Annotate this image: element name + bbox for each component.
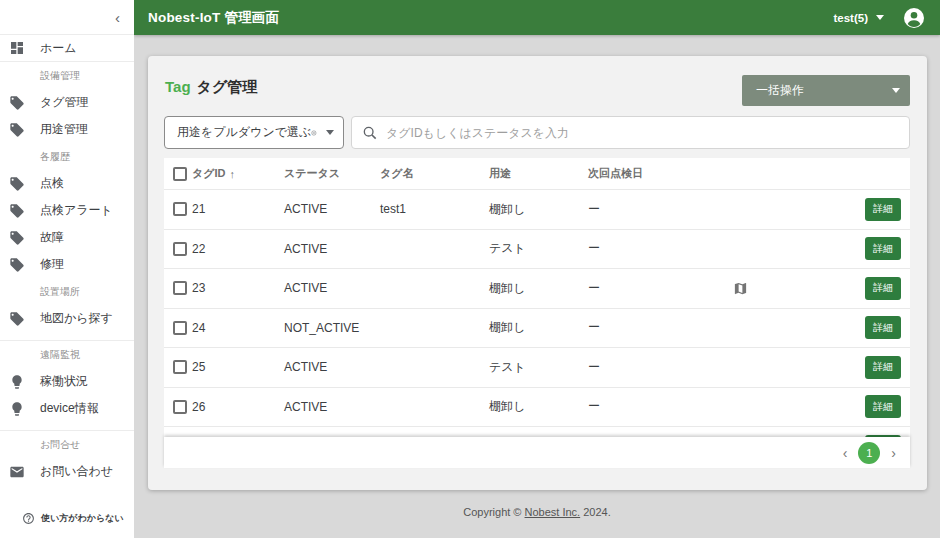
cell-purpose: テスト bbox=[489, 240, 588, 257]
lightbulb-icon bbox=[9, 401, 25, 417]
sidebar-item-inspection[interactable]: 点検 bbox=[0, 170, 134, 197]
sidebar-top: ‹ bbox=[0, 0, 134, 35]
table-row: 26 ACTIVE 棚卸し ー 詳細 bbox=[164, 388, 910, 428]
sidebar-item-device-info[interactable]: device情報 bbox=[0, 395, 134, 422]
cell-purpose: 棚卸し bbox=[489, 398, 588, 415]
mail-icon bbox=[9, 464, 25, 480]
table-row: 21 ACTIVE test1 棚卸し ー 詳細 bbox=[164, 190, 910, 230]
bulk-action-button[interactable]: 一括操作 bbox=[742, 75, 910, 106]
chevron-down-icon[interactable] bbox=[326, 130, 334, 135]
chevron-down-icon bbox=[892, 88, 900, 93]
tag-icon bbox=[9, 176, 25, 192]
pagination: ‹ 1 › bbox=[164, 437, 910, 468]
sidebar-item-inspection-alert[interactable]: 点検アラート bbox=[0, 197, 134, 224]
cell-status: NOT_ACTIVE bbox=[284, 321, 380, 335]
sidebar-item-operation-status[interactable]: 稼働状況 bbox=[0, 368, 134, 395]
page-title: Tagタグ管理 bbox=[165, 78, 257, 97]
tag-management-card: Tagタグ管理 一括操作 用途をプルダウンで選ぶ bbox=[148, 56, 927, 490]
main-content: Tagタグ管理 一括操作 用途をプルダウンで選ぶ bbox=[134, 35, 940, 538]
sidebar-item-label: お問い合わせ bbox=[40, 463, 113, 480]
cell-next-inspection: ー bbox=[588, 201, 703, 218]
pagination-page-1[interactable]: 1 bbox=[858, 442, 880, 464]
pagination-next-icon[interactable]: › bbox=[891, 446, 896, 460]
table-row: 25 ACTIVE テスト ー 詳細 bbox=[164, 348, 910, 388]
sort-asc-icon: ↑ bbox=[230, 168, 236, 180]
sidebar-item-label: 用途管理 bbox=[40, 121, 88, 138]
chevron-down-icon bbox=[876, 15, 884, 20]
cell-next-inspection: ー bbox=[588, 240, 703, 257]
cell-purpose: 棚卸し bbox=[489, 319, 588, 336]
sidebar-collapse-icon[interactable]: ‹ bbox=[115, 10, 120, 25]
sidebar-section-histories: 各履歴 bbox=[0, 143, 134, 170]
row-checkbox[interactable] bbox=[173, 360, 187, 374]
cell-next-inspection: ー bbox=[588, 280, 703, 297]
sidebar-item-tag-management[interactable]: タグ管理 bbox=[0, 89, 134, 116]
search-icon bbox=[362, 125, 378, 141]
tag-icon bbox=[9, 95, 25, 111]
row-checkbox[interactable] bbox=[173, 321, 187, 335]
search-input[interactable] bbox=[386, 126, 899, 140]
cell-tag-id: 23 bbox=[192, 281, 284, 295]
table-row: 24 NOT_ACTIVE 棚卸し ー 詳細 bbox=[164, 309, 910, 349]
tag-icon bbox=[9, 257, 25, 273]
tag-icon bbox=[9, 311, 25, 327]
table-header-row: タグID ↑ ステータス タグ名 用途 次回点検日 bbox=[164, 158, 910, 190]
select-all-checkbox[interactable] bbox=[173, 167, 187, 181]
purpose-filter-select[interactable]: 用途をプルダウンで選ぶ bbox=[164, 116, 344, 149]
tag-icon bbox=[9, 122, 25, 138]
cell-tag-id: 21 bbox=[192, 202, 284, 216]
sidebar-item-label: 稼働状況 bbox=[40, 373, 88, 390]
page-title-prefix: Tag bbox=[165, 78, 191, 95]
sidebar-section-equipment: 設備管理 bbox=[0, 62, 134, 89]
cell-tag-name: test1 bbox=[380, 202, 489, 216]
sidebar: ‹ ホーム 設備管理 タグ管理 用途管理 各履歴 点検 点検アラート bbox=[0, 0, 134, 538]
cell-next-inspection: ー bbox=[588, 398, 703, 415]
sidebar-item-failure[interactable]: 故障 bbox=[0, 224, 134, 251]
search-box bbox=[351, 116, 910, 149]
detail-button[interactable]: 詳細 bbox=[865, 395, 901, 418]
tag-table: タグID ↑ ステータス タグ名 用途 次回点検日 21 ACTIVE test… bbox=[164, 158, 910, 437]
table-row: 23 ACTIVE 棚卸し ー 詳細 bbox=[164, 269, 910, 309]
company-link[interactable]: Nobest Inc. bbox=[525, 506, 581, 518]
detail-button[interactable]: 詳細 bbox=[865, 356, 901, 379]
sidebar-item-label: 地図から探す bbox=[40, 310, 113, 327]
row-checkbox[interactable] bbox=[173, 202, 187, 216]
sidebar-item-search-from-map[interactable]: 地図から探す bbox=[0, 305, 134, 332]
sidebar-section-remote-monitoring: 遠隔監視 bbox=[0, 341, 134, 368]
sidebar-item-home[interactable]: ホーム bbox=[0, 35, 134, 62]
sidebar-item-label: device情報 bbox=[40, 400, 99, 417]
pagination-prev-icon[interactable]: ‹ bbox=[843, 446, 848, 460]
table-row: 22 ACTIVE テスト ー 詳細 bbox=[164, 230, 910, 270]
sidebar-section-contact: お問合せ bbox=[0, 431, 134, 458]
help-icon bbox=[22, 512, 35, 525]
detail-button[interactable]: 詳細 bbox=[865, 237, 901, 260]
detail-button[interactable]: 詳細 bbox=[865, 316, 901, 339]
sidebar-help-link[interactable]: 使い方がわからない bbox=[0, 506, 134, 530]
app-title: Nobest-IoT 管理画面 bbox=[148, 9, 279, 27]
row-checkbox[interactable] bbox=[173, 242, 187, 256]
sidebar-item-label: 修理 bbox=[40, 256, 64, 273]
row-checkbox[interactable] bbox=[173, 281, 187, 295]
sidebar-item-purpose-management[interactable]: 用途管理 bbox=[0, 116, 134, 143]
row-checkbox[interactable] bbox=[173, 400, 187, 414]
detail-button[interactable]: 詳細 bbox=[865, 277, 901, 300]
cell-tag-id: 25 bbox=[192, 360, 284, 374]
sort-by-tag-id[interactable]: タグID ↑ bbox=[192, 166, 284, 181]
sidebar-item-contact-us[interactable]: お問い合わせ bbox=[0, 458, 134, 485]
column-header-next-inspection: 次回点検日 bbox=[588, 166, 703, 181]
map-icon[interactable] bbox=[733, 281, 748, 296]
column-header-status: ステータス bbox=[284, 166, 380, 181]
detail-button[interactable]: 詳細 bbox=[865, 198, 901, 221]
clear-icon[interactable] bbox=[311, 126, 317, 140]
user-menu[interactable]: test(5) bbox=[833, 12, 884, 24]
cell-status: ACTIVE bbox=[284, 242, 380, 256]
account-avatar-icon[interactable] bbox=[902, 6, 926, 30]
sidebar-item-repair[interactable]: 修理 bbox=[0, 251, 134, 278]
column-header-purpose: 用途 bbox=[489, 166, 588, 181]
cell-purpose: テスト bbox=[489, 359, 588, 376]
cell-tag-id: 22 bbox=[192, 242, 284, 256]
cell-status: ACTIVE bbox=[284, 360, 380, 374]
cell-tag-id: 24 bbox=[192, 321, 284, 335]
cell-next-inspection: ー bbox=[588, 359, 703, 376]
cell-purpose: 棚卸し bbox=[489, 280, 588, 297]
